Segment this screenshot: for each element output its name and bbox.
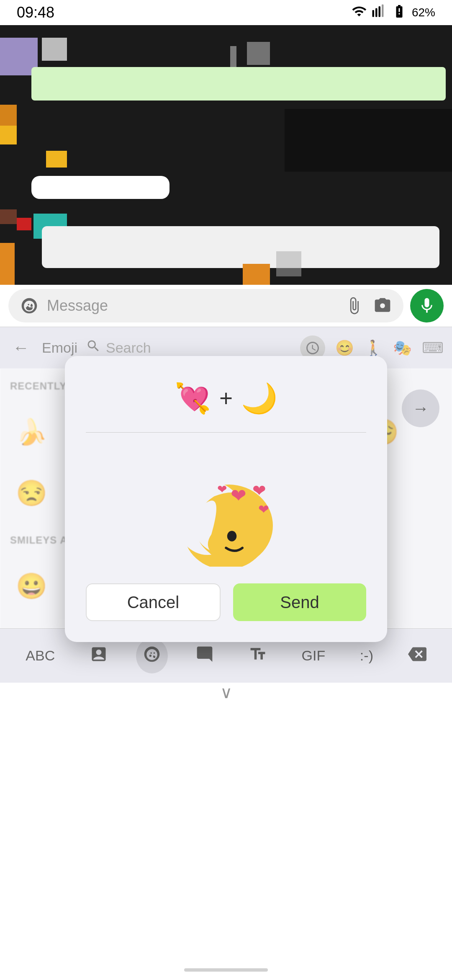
signal-icon xyxy=(372,4,387,22)
combo-plus-sign: + xyxy=(219,385,233,412)
battery-icon xyxy=(392,4,407,22)
combo-source-emoji: 💘 xyxy=(175,381,211,415)
svg-rect-0 xyxy=(372,10,374,17)
attach-button[interactable] xyxy=(343,295,365,317)
combo-send-button[interactable]: Send xyxy=(233,583,366,621)
chat-area xyxy=(0,25,452,285)
combo-result-emoji: ❤ ❤ ❤ ❤ xyxy=(163,449,289,567)
dialog-buttons: Cancel Send xyxy=(86,583,366,621)
camera-button[interactable] xyxy=(372,295,393,317)
chat-message-bubble-1 xyxy=(31,176,170,199)
svg-point-8 xyxy=(227,531,236,542)
svg-text:❤: ❤ xyxy=(252,482,266,500)
emoji-combo-dialog: 💘 + 🌙 ❤ ❤ ❤ ❤ Cancel Se xyxy=(65,356,387,642)
message-placeholder[interactable]: Message xyxy=(47,297,336,315)
svg-text:❤: ❤ xyxy=(231,485,247,506)
combo-header-row: 💘 + 🌙 xyxy=(175,381,277,415)
svg-text:❤: ❤ xyxy=(217,483,227,496)
svg-text:❤: ❤ xyxy=(258,502,269,517)
chat-message-bubble-2 xyxy=(42,226,439,268)
mic-button[interactable] xyxy=(410,289,444,322)
message-highlight-bar xyxy=(31,67,446,101)
message-input-container[interactable]: Message xyxy=(8,289,403,322)
dialog-divider xyxy=(86,432,366,433)
svg-rect-2 xyxy=(378,6,380,17)
svg-rect-3 xyxy=(382,4,384,17)
message-input-bar: Message xyxy=(0,285,452,327)
combo-modifier-emoji: 🌙 xyxy=(241,381,277,415)
battery-percentage: 62% xyxy=(412,6,435,19)
emoji-toggle-button[interactable] xyxy=(18,295,40,317)
status-time: 09:48 xyxy=(17,4,54,21)
wifi-icon xyxy=(352,4,367,22)
combo-cancel-button[interactable]: Cancel xyxy=(86,583,221,621)
status-icons: 62% xyxy=(352,4,435,22)
status-bar: 09:48 62% xyxy=(0,0,452,25)
svg-rect-1 xyxy=(375,8,378,17)
